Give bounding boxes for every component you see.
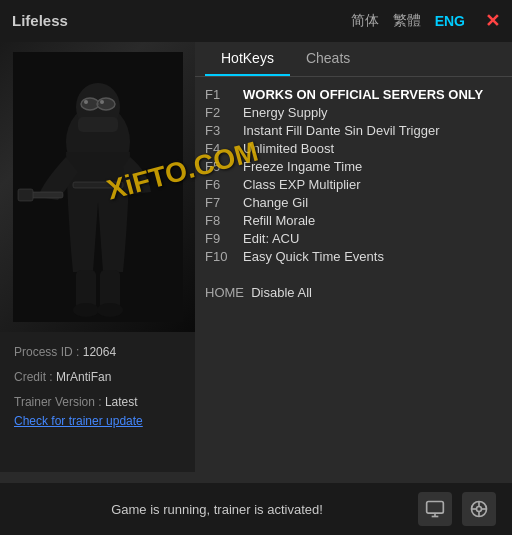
hotkey-key: F4 [205,141,243,156]
credit-label: Credit : [14,370,53,384]
hotkey-row: F5 Freeze Ingame Time [205,159,502,174]
hotkey-row: F8 Refill Morale [205,213,502,228]
game-title: Lifeless [12,12,68,29]
hotkey-row: F3 Instant Fill Dante Sin Devil Trigger [205,123,502,138]
monitor-icon [425,499,445,519]
hotkey-row: F2 Energy Supply [205,105,502,120]
hotkey-row: F7 Change Gil [205,195,502,210]
hotkey-desc: Energy Supply [243,105,328,120]
hotkey-row: F1 WORKS ON OFFICIAL SERVERS ONLY [205,87,502,102]
top-bar: Lifeless 简体 繁體 ENG ✕ [0,0,512,42]
credit-value: MrAntiFan [56,370,111,384]
hotkey-key: F3 [205,123,243,138]
trainer-version-line: Trainer Version : Latest [14,394,181,411]
game-image-art [0,42,195,332]
svg-rect-16 [427,502,444,514]
tab-hotkeys[interactable]: HotKeys [205,42,290,76]
lang-english[interactable]: ENG [435,13,465,29]
svg-rect-13 [73,182,123,188]
right-panel: HotKeys Cheats F1 WORKS ON OFFICIAL SERV… [195,42,512,472]
home-desc: Disable All [251,285,312,300]
process-id-line: Process ID : 12064 [14,344,181,361]
home-key: HOME [205,285,244,300]
hotkeys-list: F1 WORKS ON OFFICIAL SERVERS ONLY F2 Ene… [195,83,512,271]
character-art [13,52,183,322]
hotkey-key: F9 [205,231,243,246]
svg-rect-6 [78,117,118,132]
hotkey-desc: Edit: ACU [243,231,299,246]
hotkey-desc: Class EXP Multiplier [243,177,361,192]
hotkey-key: F2 [205,105,243,120]
hotkey-desc: Instant Fill Dante Sin Devil Trigger [243,123,440,138]
svg-point-15 [100,100,104,104]
hotkey-key: F10 [205,249,243,264]
hotkey-desc: Change Gil [243,195,308,210]
info-panel: Process ID : 12064 Credit : MrAntiFan Tr… [0,332,195,440]
hotkey-desc: Freeze Ingame Time [243,159,362,174]
home-row: HOME Disable All [195,281,512,304]
trainer-version-label: Trainer Version : [14,395,102,409]
process-id-label: Process ID : [14,345,79,359]
tab-cheats[interactable]: Cheats [290,42,366,76]
music-icon [469,499,489,519]
trainer-version-value: Latest [105,395,138,409]
monitor-icon-button[interactable] [418,492,452,526]
hotkey-row: F10 Easy Quick Time Events [205,249,502,264]
bottom-bar: Game is running, trainer is activated! [0,483,512,535]
hotkey-row: F4 Unlimited Boost [205,141,502,156]
svg-point-12 [97,303,123,317]
process-id-value: 12064 [83,345,116,359]
hotkey-key: F1 [205,87,243,102]
close-button[interactable]: ✕ [485,10,500,32]
main-content: Process ID : 12064 Credit : MrAntiFan Tr… [0,42,512,472]
hotkey-key: F7 [205,195,243,210]
game-image [0,42,195,332]
svg-point-20 [477,507,482,512]
title-area: Lifeless [12,12,351,30]
hotkey-key: F8 [205,213,243,228]
left-panel: Process ID : 12064 Credit : MrAntiFan Tr… [0,42,195,472]
credit-line: Credit : MrAntiFan [14,369,181,386]
hotkey-desc: Easy Quick Time Events [243,249,384,264]
lang-simplified[interactable]: 简体 [351,12,379,30]
bottom-icons [418,492,496,526]
hotkey-key: F6 [205,177,243,192]
lang-traditional[interactable]: 繁體 [393,12,421,30]
svg-point-11 [73,303,99,317]
svg-rect-8 [18,189,33,201]
hotkey-row: F6 Class EXP Multiplier [205,177,502,192]
music-icon-button[interactable] [462,492,496,526]
hotkey-desc: Unlimited Boost [243,141,334,156]
hotkey-key: F5 [205,159,243,174]
hotkey-desc: WORKS ON OFFICIAL SERVERS ONLY [243,87,483,102]
update-link[interactable]: Check for trainer update [14,414,181,428]
hotkey-row: F9 Edit: ACU [205,231,502,246]
status-text: Game is running, trainer is activated! [16,502,418,517]
svg-point-14 [84,100,88,104]
lang-controls: 简体 繁體 ENG ✕ [351,10,500,32]
tabs: HotKeys Cheats [195,42,512,77]
hotkey-desc: Refill Morale [243,213,315,228]
svg-point-4 [97,98,115,110]
